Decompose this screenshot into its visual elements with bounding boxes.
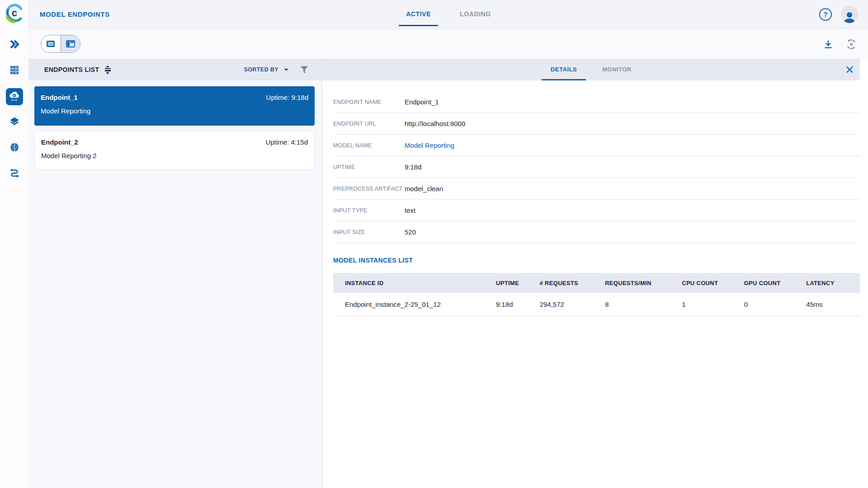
detail-row: ENDPOINT NAME Endpoint_1 (333, 91, 860, 113)
endpoint-model: Model Reporting 2 (41, 152, 308, 160)
table-header-row: INSTANCE ID UPTIME # REQUESTS REQUESTS/M… (333, 273, 860, 293)
endpoints-list-header: ENDPOINTS LIST SORTED BY (29, 59, 322, 80)
download-button[interactable] (823, 39, 834, 50)
column-header: GPU COUNT (744, 280, 806, 286)
endpoint-model: Model Reporting (41, 107, 308, 115)
sidebar-item-projects[interactable] (6, 37, 23, 54)
requests-cell: 294,572 (540, 300, 605, 308)
endpoint-name: Endpoint_2 (41, 138, 78, 146)
question-mark-icon: ? (823, 10, 827, 18)
tune-sort-icon[interactable] (105, 66, 111, 74)
detail-value: Endpoint_1 (405, 98, 439, 106)
endpoint-card-1[interactable]: Endpoint_1 Uptime: 9:18d Model Reporting (34, 86, 315, 126)
endpoint-uptime: Uptime: 9:18d (266, 94, 308, 101)
instance-id-cell: Endpoint_instance_2-25_01_12 (333, 300, 496, 308)
filter-button[interactable] (300, 66, 308, 74)
sorted-by-label: SORTED BY (244, 66, 278, 73)
cloud-gear-icon (8, 90, 20, 104)
triangle-up-icon (106, 66, 109, 67)
main-content: ENDPOINTS LIST SORTED BY Endpoint_1 (29, 59, 868, 488)
help-button[interactable]: ? (819, 8, 832, 21)
flows-pipeline-icon (9, 168, 20, 180)
cpu-count-cell: 1 (682, 300, 744, 308)
tune-bar (105, 70, 111, 71)
detail-label: INPUT SIZE (333, 229, 405, 235)
column-header: CPU COUNT (682, 280, 744, 286)
table-row[interactable]: Endpoint_instance_2-25_01_12 9:18d 294,5… (333, 293, 860, 316)
detail-label: MODEL NAME (333, 142, 405, 149)
detail-label: ENDPOINT NAME (333, 99, 405, 105)
detail-row: MODEL NAME Model Reporting (333, 135, 860, 156)
sync-paused-button[interactable] (845, 38, 857, 50)
tab-active[interactable]: ACTIVE (399, 0, 438, 28)
list-view-button[interactable] (41, 35, 61, 52)
brain-icon (9, 142, 20, 155)
sync-paused-icon (845, 38, 857, 50)
topbar-tabs: ACTIVE LOADING (392, 0, 505, 28)
detail-row: UPTIME 9:18d (333, 156, 860, 178)
sidebar-item-flows[interactable] (6, 165, 23, 183)
detail-value: model_clean (405, 185, 443, 192)
filter-funnel-icon (300, 66, 308, 74)
tab-monitor[interactable]: MONITOR (593, 59, 641, 80)
close-icon (846, 66, 854, 74)
column-header: INSTANCE ID (333, 280, 496, 286)
detail-label: INPUT TYPE (333, 207, 405, 214)
view-toggle (41, 35, 80, 53)
column-header: # REQUESTS (540, 280, 605, 286)
sidebar-item-datasets[interactable] (6, 62, 23, 80)
model-instances-title: MODEL INSTANCES LIST (333, 257, 860, 264)
triangle-down-icon (106, 72, 109, 74)
detail-value: 520 (405, 228, 416, 236)
toolbar (29, 29, 868, 59)
detail-row: ENDPOINT URL http://localhost:8000 (333, 113, 860, 135)
uptime-cell: 9:18d (496, 300, 540, 308)
close-details-button[interactable] (846, 66, 854, 74)
split-view-icon (66, 40, 75, 47)
tab-details[interactable]: DETAILS (542, 59, 586, 80)
model-instances-table: INSTANCE ID UPTIME # REQUESTS REQUESTS/M… (333, 273, 860, 316)
card-row: Endpoint_1 Uptime: 9:18d (41, 94, 308, 101)
latency-cell: 45ms (806, 300, 860, 308)
details-header: DETAILS MONITOR (322, 59, 860, 80)
column-header: LATENCY (806, 280, 860, 286)
sidebar: c (0, 0, 29, 488)
card-row: Endpoint_2 Uptime: 4:15d (41, 138, 308, 146)
server-rack-icon (9, 65, 20, 77)
endpoints-list-panel: ENDPOINTS LIST SORTED BY Endpoint_1 (29, 59, 322, 488)
gpu-count-cell: 0 (744, 300, 806, 308)
sidebar-item-model-endpoints[interactable] (6, 88, 23, 105)
caret-down-icon (284, 69, 288, 71)
details-body: ENDPOINT NAME Endpoint_1 ENDPOINT URL ht… (333, 80, 860, 316)
toolbar-actions (823, 29, 868, 59)
sidebar-item-datasets-layers[interactable] (6, 114, 23, 131)
endpoint-card-2[interactable]: Endpoint_2 Uptime: 4:15d Model Reporting… (34, 131, 315, 170)
cnvrg-logo-icon: c (4, 2, 25, 23)
detail-row: PREPROCESS ARTIFACT model_clean (333, 178, 860, 200)
topbar: MODEL ENDPOINTS ACTIVE LOADING ? (29, 0, 868, 29)
download-icon (823, 39, 834, 50)
user-avatar[interactable] (841, 6, 858, 23)
topbar-actions: ? (819, 0, 868, 28)
endpoints-list-title: ENDPOINTS LIST (44, 66, 99, 73)
column-header: UPTIME (496, 280, 540, 286)
detail-row: INPUT SIZE 520 (333, 221, 860, 243)
endpoint-name: Endpoint_1 (41, 94, 78, 101)
double-chevron-icon (9, 39, 20, 52)
tab-loading[interactable]: LOADING (453, 0, 498, 28)
svg-text:c: c (11, 7, 17, 19)
split-view-button[interactable] (61, 35, 80, 52)
sidebar-item-ai-library[interactable] (6, 140, 23, 157)
column-header: REQUESTS/MIN (605, 280, 682, 286)
sorted-by-dropdown[interactable]: SORTED BY (244, 66, 288, 73)
details-panel: DETAILS MONITOR ENDPOINT NAME Endpoint_1… (322, 59, 868, 488)
detail-row: INPUT TYPE text (333, 200, 860, 221)
model-name-link[interactable]: Model Reporting (405, 141, 454, 149)
detail-value: 9:18d (405, 163, 422, 171)
person-icon (843, 11, 856, 23)
detail-label: UPTIME (333, 164, 405, 170)
detail-value: text (405, 206, 415, 214)
requests-min-cell: 8 (605, 300, 682, 308)
list-view-icon (46, 40, 55, 47)
app-logo[interactable]: c (4, 2, 25, 23)
